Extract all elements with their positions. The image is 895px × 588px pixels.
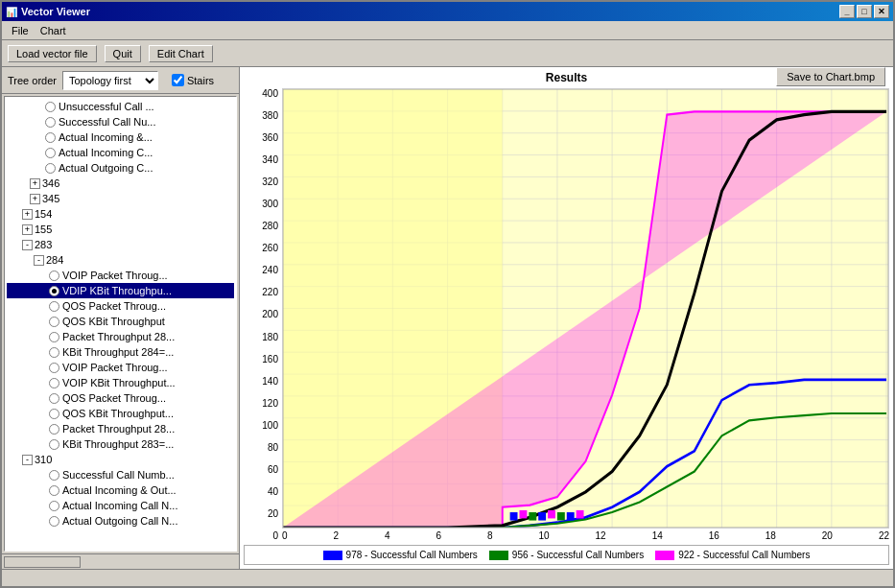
legend-color-blue [323,551,342,560]
list-item[interactable]: VOIP KBit Throughput... [7,375,234,390]
stairs-checkbox-group: Stairs [172,74,214,86]
list-item[interactable]: Unsuccessful Call ... [7,99,234,114]
left-panel: Tree order Topology first Alphabetical S… [2,67,240,569]
list-item[interactable]: Packet Throughput 28... [7,421,234,436]
list-item[interactable]: VDIP KBit Throughpu... [7,283,234,298]
minimize-button[interactable]: _ [839,5,855,18]
tree-radio[interactable] [45,148,56,158]
list-item[interactable]: + 346 [7,176,234,191]
list-item[interactable]: Actual Incoming & Out... [7,482,234,498]
chart-legend: 978 - Successful Call Numbers 956 - Succ… [244,545,889,565]
list-item[interactable]: Actual Outgoing Call N... [7,513,234,529]
list-item[interactable]: VOIP Packet Throug... [7,268,234,283]
chart-plot [282,88,889,529]
maximize-button[interactable]: □ [857,5,872,18]
tree-radio[interactable] [49,332,59,342]
list-item[interactable]: QOS KBit Throughput... [7,406,234,421]
list-item[interactable]: KBit Throughput 283=... [7,436,234,452]
tree-radio[interactable] [45,132,56,143]
toolbar: Load vector file Quit Edit Chart [2,40,893,67]
svg-rect-37 [557,512,565,521]
list-item[interactable]: + 155 [7,222,234,237]
tree-radio[interactable] [45,102,56,112]
tree-radio[interactable] [49,286,59,296]
expand-button[interactable]: + [22,209,33,220]
tree-radio[interactable] [49,470,59,481]
menu-chart[interactable]: Chart [35,23,72,38]
chart-svg [283,89,888,528]
svg-rect-39 [577,510,584,519]
svg-rect-36 [548,510,555,519]
legend-label-956: 956 - Successful Call Numbers [512,550,644,560]
horizontal-scrollbar[interactable] [2,553,239,569]
expand-button[interactable]: - [22,455,33,465]
status-bar [2,569,893,586]
list-item[interactable]: + 154 [7,206,234,222]
legend-color-green [489,551,508,560]
quit-button[interactable]: Quit [105,45,141,62]
svg-rect-32 [510,512,518,521]
save-button-container: Save to Chart.bmp [776,67,885,86]
tree-radio[interactable] [49,409,59,419]
menu-file[interactable]: File [6,23,35,38]
close-button[interactable]: ✕ [874,5,889,18]
list-item[interactable]: - 284 [7,252,234,268]
tree-radio[interactable] [49,378,59,388]
tree-radio[interactable] [49,439,59,450]
expand-button[interactable]: + [22,224,33,235]
list-item[interactable]: Successful Call Nu... [7,114,234,129]
tree-radio[interactable] [49,424,59,435]
load-vector-button[interactable]: Load vector file [8,45,97,62]
list-item[interactable]: + 345 [7,191,234,206]
list-item[interactable]: Actual Incoming Call N... [7,498,234,513]
tree-container[interactable]: Unsuccessful Call ... Successful Call Nu… [4,96,237,552]
tree-radio[interactable] [49,516,59,527]
list-item[interactable]: Actual Incoming &... [7,129,234,145]
list-item[interactable]: QOS Packet Throug... [7,390,234,406]
expand-button[interactable]: + [30,178,40,189]
edit-chart-button[interactable]: Edit Chart [149,45,213,62]
title-bar-icon: 📊 [6,7,17,17]
save-chart-button[interactable]: Save to Chart.bmp [776,67,885,86]
legend-item-956: 956 - Successful Call Numbers [489,550,644,560]
list-item[interactable]: Actual Incoming C... [7,145,234,160]
list-item[interactable]: QOS Packet Throug... [7,298,234,314]
legend-color-magenta [655,551,674,560]
tree-radio[interactable] [49,501,59,511]
expand-button[interactable]: - [34,255,44,266]
title-bar-text: Vector Viewer [21,6,90,17]
tree-radio[interactable] [45,117,56,128]
list-item[interactable]: VOIP Packet Throug... [7,360,234,375]
tree-radio[interactable] [45,163,56,174]
svg-rect-33 [519,510,527,519]
tree-radio[interactable] [49,270,59,281]
svg-rect-34 [529,512,536,521]
menu-bar: File Chart [2,21,893,40]
list-item[interactable]: Actual Outgoing C... [7,160,234,176]
stairs-label: Stairs [187,75,214,86]
tree-radio[interactable] [49,347,59,358]
svg-rect-38 [567,512,575,521]
content-area: Tree order Topology first Alphabetical S… [2,67,893,569]
expand-button[interactable]: - [22,240,33,250]
main-window: 📊 Vector Viewer _ □ ✕ File Chart Load ve… [0,0,895,588]
tree-radio[interactable] [49,485,59,496]
legend-label-978: 978 - Successful Call Numbers [346,550,478,560]
tree-radio[interactable] [49,393,59,404]
list-item[interactable]: QOS KBit Throughput [7,314,234,329]
x-axis: 0 2 4 6 8 10 12 14 16 18 20 22 [282,529,889,541]
tree-radio[interactable] [49,363,59,373]
title-bar: 📊 Vector Viewer _ □ ✕ [2,2,893,21]
list-item[interactable]: KBit Throughput 284=... [7,344,234,360]
tree-order-bar: Tree order Topology first Alphabetical S… [2,67,239,94]
chart-area: Results 400 380 360 340 320 300 280 260 … [240,67,893,569]
list-item[interactable]: - 310 [7,452,234,467]
list-item[interactable]: - 283 [7,237,234,252]
expand-button[interactable]: + [30,194,40,204]
list-item[interactable]: Successful Call Numb... [7,467,234,482]
stairs-checkbox[interactable] [172,74,184,86]
tree-radio[interactable] [49,301,59,312]
tree-radio[interactable] [49,317,59,327]
tree-order-select[interactable]: Topology first Alphabetical [62,71,158,90]
list-item[interactable]: Packet Throughput 28... [7,329,234,344]
